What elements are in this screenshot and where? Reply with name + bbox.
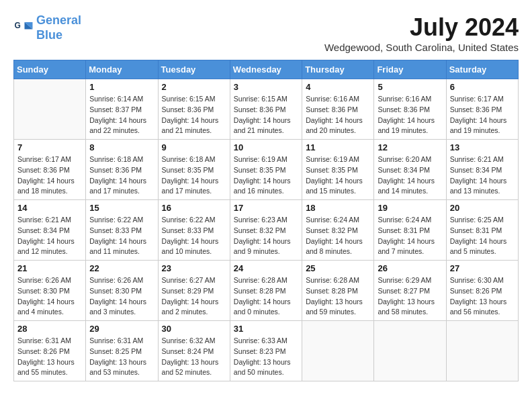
weekday-header-sunday: Sunday [14,60,86,79]
weekday-header-friday: Friday [374,60,446,79]
day-info: Sunrise: 6:16 AMSunset: 8:36 PMDaylight:… [306,94,370,136]
month-title: July 2024 [324,13,519,42]
calendar-cell: 5Sunrise: 6:16 AMSunset: 8:36 PMDaylight… [374,79,446,140]
weekday-header-row: SundayMondayTuesdayWednesdayThursdayFrid… [14,60,519,79]
day-number: 4 [306,82,370,92]
calendar-cell: 9Sunrise: 6:18 AMSunset: 8:35 PMDaylight… [158,140,230,200]
calendar-cell: 1Sunrise: 6:14 AMSunset: 8:37 PMDaylight… [86,79,158,140]
day-info: Sunrise: 6:29 AMSunset: 8:27 PMDaylight:… [378,275,442,318]
day-number: 29 [89,324,154,334]
weekday-header-tuesday: Tuesday [158,60,230,79]
calendar-cell: 2Sunrise: 6:15 AMSunset: 8:36 PMDaylight… [158,79,230,140]
weekday-header-saturday: Saturday [446,60,518,79]
day-number: 11 [306,142,370,152]
page-header: G General Blue July 2024 Wedgewood, Sout… [13,13,519,53]
calendar-week-4: 21Sunrise: 6:26 AMSunset: 8:30 PMDayligh… [14,261,519,321]
day-info: Sunrise: 6:33 AMSunset: 8:23 PMDaylight:… [234,336,298,378]
day-info: Sunrise: 6:30 AMSunset: 8:26 PMDaylight:… [450,275,515,318]
calendar-cell: 28Sunrise: 6:31 AMSunset: 8:26 PMDayligh… [14,321,86,381]
day-info: Sunrise: 6:28 AMSunset: 8:28 PMDaylight:… [306,275,370,318]
day-info: Sunrise: 6:16 AMSunset: 8:36 PMDaylight:… [378,94,442,136]
calendar-cell: 16Sunrise: 6:22 AMSunset: 8:33 PMDayligh… [158,200,230,261]
calendar-cell: 31Sunrise: 6:33 AMSunset: 8:23 PMDayligh… [230,321,302,381]
day-number: 26 [378,263,442,273]
calendar-cell: 24Sunrise: 6:28 AMSunset: 8:28 PMDayligh… [230,261,302,321]
day-info: Sunrise: 6:28 AMSunset: 8:28 PMDaylight:… [234,275,298,318]
calendar-cell: 4Sunrise: 6:16 AMSunset: 8:36 PMDaylight… [302,79,374,140]
day-number: 7 [17,142,82,152]
day-info: Sunrise: 6:23 AMSunset: 8:32 PMDaylight:… [234,215,298,257]
day-info: Sunrise: 6:32 AMSunset: 8:24 PMDaylight:… [162,336,226,378]
calendar-cell: 26Sunrise: 6:29 AMSunset: 8:27 PMDayligh… [374,261,446,321]
calendar-cell: 14Sunrise: 6:21 AMSunset: 8:34 PMDayligh… [14,200,86,261]
calendar-cell [446,321,518,381]
day-info: Sunrise: 6:21 AMSunset: 8:34 PMDaylight:… [450,154,515,197]
calendar-cell [302,321,374,381]
weekday-header-monday: Monday [86,60,158,79]
day-number: 22 [89,263,154,273]
day-number: 23 [162,263,226,273]
day-info: Sunrise: 6:19 AMSunset: 8:35 PMDaylight:… [306,154,370,197]
day-info: Sunrise: 6:14 AMSunset: 8:37 PMDaylight:… [89,94,154,136]
day-number: 30 [162,324,226,334]
calendar-cell: 19Sunrise: 6:24 AMSunset: 8:31 PMDayligh… [374,200,446,261]
calendar-cell: 3Sunrise: 6:15 AMSunset: 8:36 PMDaylight… [230,79,302,140]
day-number: 13 [450,142,515,152]
logo: G General Blue [13,13,81,42]
day-number: 27 [450,263,515,273]
logo-line2: Blue [36,28,62,42]
day-number: 31 [234,324,298,334]
day-number: 1 [89,82,154,92]
day-info: Sunrise: 6:31 AMSunset: 8:26 PMDaylight:… [17,336,82,378]
calendar-cell: 20Sunrise: 6:25 AMSunset: 8:31 PMDayligh… [446,200,518,261]
title-section: July 2024 Wedgewood, South Carolina, Uni… [324,13,519,53]
day-info: Sunrise: 6:22 AMSunset: 8:33 PMDaylight:… [162,215,226,257]
day-number: 10 [234,142,298,152]
calendar-cell: 18Sunrise: 6:24 AMSunset: 8:32 PMDayligh… [302,200,374,261]
day-info: Sunrise: 6:18 AMSunset: 8:36 PMDaylight:… [89,154,154,197]
calendar-week-3: 14Sunrise: 6:21 AMSunset: 8:34 PMDayligh… [14,200,519,261]
day-number: 9 [162,142,226,152]
calendar-cell: 17Sunrise: 6:23 AMSunset: 8:32 PMDayligh… [230,200,302,261]
day-info: Sunrise: 6:19 AMSunset: 8:35 PMDaylight:… [234,154,298,197]
day-number: 3 [234,82,298,92]
logo-line1: General [36,13,81,27]
day-info: Sunrise: 6:17 AMSunset: 8:36 PMDaylight:… [450,94,515,136]
day-number: 25 [306,263,370,273]
day-number: 19 [378,203,442,213]
day-number: 28 [17,324,82,334]
weekday-header-wednesday: Wednesday [230,60,302,79]
calendar-cell: 15Sunrise: 6:22 AMSunset: 8:33 PMDayligh… [86,200,158,261]
calendar-cell: 25Sunrise: 6:28 AMSunset: 8:28 PMDayligh… [302,261,374,321]
calendar-cell: 8Sunrise: 6:18 AMSunset: 8:36 PMDaylight… [86,140,158,200]
svg-text:G: G [15,21,21,30]
logo-icon: G [13,18,34,38]
day-info: Sunrise: 6:26 AMSunset: 8:30 PMDaylight:… [89,275,154,318]
day-number: 5 [378,82,442,92]
day-number: 14 [17,203,82,213]
day-number: 20 [450,203,515,213]
calendar-cell: 7Sunrise: 6:17 AMSunset: 8:36 PMDaylight… [14,140,86,200]
calendar-cell: 29Sunrise: 6:31 AMSunset: 8:25 PMDayligh… [86,321,158,381]
calendar-week-5: 28Sunrise: 6:31 AMSunset: 8:26 PMDayligh… [14,321,519,381]
day-number: 16 [162,203,226,213]
day-info: Sunrise: 6:25 AMSunset: 8:31 PMDaylight:… [450,215,515,257]
day-info: Sunrise: 6:15 AMSunset: 8:36 PMDaylight:… [234,94,298,136]
calendar-cell [374,321,446,381]
calendar-cell: 6Sunrise: 6:17 AMSunset: 8:36 PMDaylight… [446,79,518,140]
day-info: Sunrise: 6:21 AMSunset: 8:34 PMDaylight:… [17,215,82,257]
calendar-cell: 30Sunrise: 6:32 AMSunset: 8:24 PMDayligh… [158,321,230,381]
day-info: Sunrise: 6:20 AMSunset: 8:34 PMDaylight:… [378,154,442,197]
weekday-header-thursday: Thursday [302,60,374,79]
day-info: Sunrise: 6:31 AMSunset: 8:25 PMDaylight:… [89,336,154,378]
day-info: Sunrise: 6:18 AMSunset: 8:35 PMDaylight:… [162,154,226,197]
day-info: Sunrise: 6:27 AMSunset: 8:29 PMDaylight:… [162,275,226,318]
day-number: 17 [234,203,298,213]
calendar-week-1: 1Sunrise: 6:14 AMSunset: 8:37 PMDaylight… [14,79,519,140]
calendar-week-2: 7Sunrise: 6:17 AMSunset: 8:36 PMDaylight… [14,140,519,200]
day-info: Sunrise: 6:17 AMSunset: 8:36 PMDaylight:… [17,154,82,197]
day-number: 18 [306,203,370,213]
day-info: Sunrise: 6:15 AMSunset: 8:36 PMDaylight:… [162,94,226,136]
day-info: Sunrise: 6:22 AMSunset: 8:33 PMDaylight:… [89,215,154,257]
day-number: 24 [234,263,298,273]
